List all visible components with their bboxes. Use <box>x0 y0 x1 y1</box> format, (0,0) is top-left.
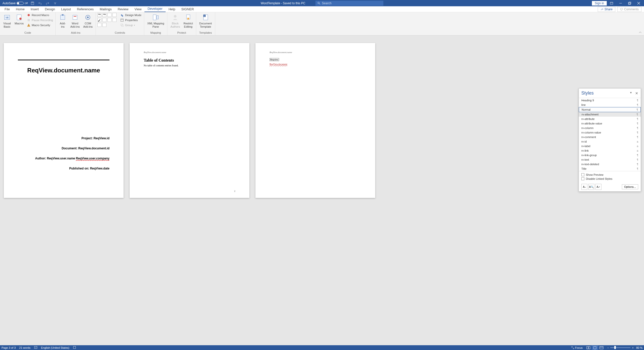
style-item-rv-link-group[interactable]: rv-link-group¶ <box>579 153 641 157</box>
tab-developer[interactable]: Developer <box>144 6 165 12</box>
manage-styles-button[interactable]: A✓ <box>595 184 601 190</box>
redo-icon[interactable] <box>45 1 50 6</box>
page1-published[interactable]: Published on: ReqView.date <box>35 167 109 170</box>
tab-layout[interactable]: Layout <box>58 6 74 12</box>
web-layout-icon[interactable] <box>598 345 605 350</box>
page1-title[interactable]: ReqView.document.name <box>18 67 109 74</box>
slider-track[interactable] <box>610 347 630 348</box>
maximize-icon[interactable] <box>625 0 634 6</box>
sign-in-button[interactable]: Sign in <box>592 1 607 6</box>
control-checkbox-icon[interactable]: ✓ <box>97 18 101 22</box>
undo-icon[interactable] <box>37 1 43 6</box>
page-2[interactable]: ReqView.document.name Table of Contents … <box>130 43 249 198</box>
visual-basic-button[interactable]: VB Visual Basic <box>2 13 13 29</box>
tab-view[interactable]: View <box>131 6 144 12</box>
control-picture-icon[interactable] <box>107 13 111 17</box>
macro-security-button[interactable]: ! Macro Security <box>26 23 54 27</box>
control-richtext-icon[interactable]: Aa <box>97 13 101 17</box>
collapse-ribbon-icon[interactable] <box>638 31 642 35</box>
zoom-slider[interactable]: − + <box>607 346 634 349</box>
print-layout-icon[interactable] <box>592 345 598 350</box>
style-item-rv-text-deleted[interactable]: rv-text-deleted¶ <box>579 162 641 166</box>
page3-text-error[interactable]: ReqView.document <box>270 63 287 65</box>
status-spellcheck-icon[interactable] <box>34 346 37 350</box>
style-item-rv-text[interactable]: rv-text¶ <box>579 157 641 162</box>
show-preview-checkbox[interactable]: Show Preview <box>581 173 638 177</box>
macros-button[interactable]: Macros <box>13 13 25 26</box>
styles-pane-close-icon[interactable]: ✕ <box>635 91 638 95</box>
style-item-rv-label[interactable]: rv-labela <box>579 144 641 148</box>
status-macro-icon[interactable] <box>73 346 76 350</box>
style-item-title[interactable]: Title¶ <box>579 166 641 171</box>
zoom-level[interactable]: 80 % <box>636 346 642 349</box>
share-button[interactable]: Share <box>598 7 615 12</box>
style-item-rv-attribute[interactable]: rv-attribute¶ <box>579 117 641 121</box>
page-3[interactable]: ReqView.document.name Reqview ReqView.do… <box>255 43 375 198</box>
zoom-out-icon[interactable]: − <box>607 346 609 349</box>
control-plaintext-icon[interactable]: Aa <box>102 13 106 17</box>
styles-options-button[interactable]: Options... <box>622 184 638 189</box>
style-item-rv-comment[interactable]: rv-comment¶ <box>579 135 641 139</box>
status-page[interactable]: Page 3 of 3 <box>2 346 16 349</box>
style-item-normal[interactable]: Normal¶ <box>579 107 641 112</box>
tab-references[interactable]: References <box>74 6 97 12</box>
status-language[interactable]: English (United States) <box>41 346 69 349</box>
control-repeating-icon[interactable] <box>97 23 101 27</box>
status-words[interactable]: 21 words <box>19 346 30 349</box>
tab-signer[interactable]: SIGNER <box>178 6 197 12</box>
tab-review[interactable]: Review <box>115 6 132 12</box>
control-datepicker-icon[interactable] <box>112 18 117 22</box>
tab-insert[interactable]: Insert <box>28 6 42 12</box>
record-macro-button[interactable]: Record Macro <box>26 13 54 17</box>
page3-content-control[interactable]: Reqview <box>270 58 279 61</box>
tab-mailings[interactable]: Mailings <box>97 6 115 12</box>
com-addins-button[interactable]: COM Add-ins <box>82 13 94 29</box>
page-1[interactable]: ReqView.document.name Project: ReqView.i… <box>4 43 124 198</box>
read-mode-icon[interactable] <box>585 345 592 350</box>
page2-toc-text[interactable]: No table of contents entries found. <box>144 64 235 67</box>
ribbon-display-options-icon[interactable] <box>607 0 616 6</box>
xml-mapping-button[interactable]: XML Mapping Pane <box>146 13 166 29</box>
tab-file[interactable]: File <box>2 6 13 12</box>
style-item-rv-column[interactable]: rv-column¶ <box>579 126 641 130</box>
style-item-rv-attachment[interactable]: rv-attachment¶ <box>579 112 641 117</box>
styles-pane[interactable]: Styles ▼ ✕ Heading 9¶ line¶ Normal¶ rv-a… <box>579 88 641 192</box>
control-combobox-icon[interactable] <box>102 18 106 22</box>
style-item-rv-column-value[interactable]: rv-column-value¶ <box>579 130 641 135</box>
style-item-rv-attribute-value[interactable]: rv-attribute-value¶ <box>579 121 641 126</box>
document-area[interactable]: ReqView.document.name Project: ReqView.i… <box>0 35 644 345</box>
controls-gallery[interactable]: Aa Aa ✓ <box>97 13 117 27</box>
tab-help[interactable]: Help <box>166 6 178 12</box>
disable-linked-checkbox[interactable]: Disable Linked Styles <box>581 177 638 181</box>
control-legacy-icon[interactable] <box>102 23 106 27</box>
slider-thumb-icon[interactable] <box>614 346 616 349</box>
autosave-toggle[interactable]: AutoSave Off <box>3 2 28 5</box>
word-addins-button[interactable]: Word Add-ins <box>69 13 81 29</box>
tab-home[interactable]: Home <box>13 6 28 12</box>
styles-pane-dropdown-icon[interactable]: ▼ <box>630 91 632 95</box>
restrict-editing-button[interactable]: Restrict Editing <box>182 13 194 29</box>
zoom-in-icon[interactable]: + <box>632 346 633 349</box>
style-item-heading9[interactable]: Heading 9¶ <box>579 98 641 103</box>
status-focus-icon[interactable]: Focus <box>571 346 583 349</box>
style-item-rv-id[interactable]: rv-ida <box>579 139 641 144</box>
page1-document[interactable]: Document: ReqView.document.id <box>35 147 109 150</box>
design-mode-button[interactable]: Design Mode <box>119 13 142 17</box>
customize-qat-icon[interactable] <box>52 1 58 6</box>
document-template-button[interactable]: W Document Template <box>198 13 213 29</box>
control-buildingblock-icon[interactable] <box>112 13 117 17</box>
properties-button[interactable]: Properties <box>119 18 142 22</box>
style-item-rv-link[interactable]: rv-linka <box>579 148 641 153</box>
style-item-line[interactable]: line¶ <box>579 103 641 107</box>
search-box[interactable]: Search <box>315 1 383 6</box>
save-icon[interactable] <box>30 1 35 6</box>
styles-list[interactable]: Heading 9¶ line¶ Normal¶ rv-attachment¶ … <box>579 98 641 171</box>
tab-design[interactable]: Design <box>42 6 58 12</box>
comments-button[interactable]: Comments <box>617 7 641 12</box>
page1-author[interactable]: Author: ReqView.user.name ReqView.user.c… <box>35 157 109 160</box>
close-icon[interactable] <box>634 0 643 6</box>
minimize-icon[interactable] <box>616 0 625 6</box>
control-dropdown-icon[interactable] <box>107 18 111 22</box>
page2-toc-title[interactable]: Table of Contents <box>144 58 235 63</box>
page1-project[interactable]: Project: ReqView.id <box>35 137 109 140</box>
